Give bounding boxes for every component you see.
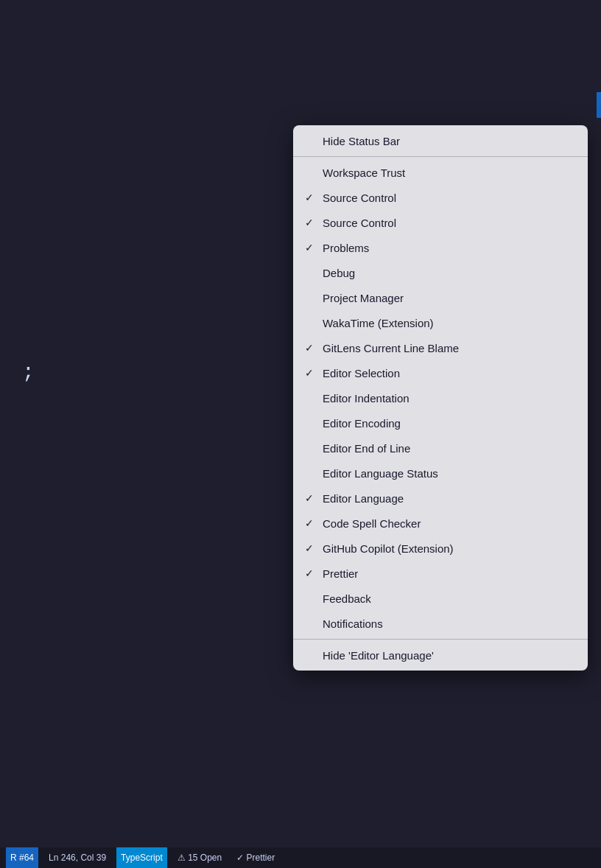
menu-item-source-control-2[interactable]: ✓Source Control — [293, 210, 588, 235]
menu-item-feedback[interactable]: Feedback — [293, 586, 588, 611]
menu-item-editor-encoding[interactable]: Editor Encoding — [293, 410, 588, 435]
status-branch[interactable]: R #64 — [6, 847, 38, 868]
check-mark-problems: ✓ — [305, 242, 323, 253]
menu-label-code-spell-checker: Code Spell Checker — [323, 517, 573, 530]
menu-item-editor-language-status[interactable]: Editor Language Status — [293, 461, 588, 486]
menu-label-feedback: Feedback — [323, 592, 573, 605]
check-mark-editor-selection: ✓ — [305, 367, 323, 379]
check-mark-gitlens: ✓ — [305, 342, 323, 354]
status-prettier[interactable]: ✓ Prettier — [232, 847, 279, 868]
menu-item-editor-end-of-line[interactable]: Editor End of Line — [293, 435, 588, 461]
menu-label-editor-selection: Editor Selection — [323, 367, 573, 379]
scroll-indicator — [597, 92, 601, 118]
menu-label-debug: Debug — [323, 267, 573, 279]
menu-item-code-spell-checker[interactable]: ✓Code Spell Checker — [293, 511, 588, 536]
menu-label-source-control-1: Source Control — [323, 192, 573, 204]
menu-item-hide-status-bar[interactable]: Hide Status Bar — [293, 128, 588, 153]
menu-label-hide-status-bar: Hide Status Bar — [323, 135, 573, 147]
menu-item-prettier[interactable]: ✓Prettier — [293, 561, 588, 586]
divider-divider-1 — [293, 156, 588, 157]
menu-item-gitlens[interactable]: ✓GitLens Current Line Blame — [293, 335, 588, 360]
menu-label-notifications: Notifications — [323, 617, 573, 630]
divider-divider-2 — [293, 639, 588, 640]
check-mark-source-control-2: ✓ — [305, 217, 323, 228]
status-bar: R #64 Ln 246, Col 39 TypeScript ⚠ 15 Ope… — [0, 847, 601, 868]
menu-label-workspace-trust: Workspace Trust — [323, 167, 573, 179]
menu-label-github-copilot: GitHub Copilot (Extension) — [323, 542, 573, 555]
menu-label-hide-editor-language: Hide 'Editor Language' — [323, 649, 573, 662]
menu-label-project-manager: Project Manager — [323, 292, 573, 304]
check-mark-github-copilot: ✓ — [305, 542, 323, 554]
menu-label-prettier: Prettier — [323, 567, 573, 580]
check-mark-code-spell-checker: ✓ — [305, 517, 323, 529]
check-mark-source-control-1: ✓ — [305, 192, 323, 203]
menu-item-problems[interactable]: ✓Problems — [293, 235, 588, 260]
menu-item-notifications[interactable]: Notifications — [293, 611, 588, 636]
menu-item-editor-indentation[interactable]: Editor Indentation — [293, 385, 588, 410]
editor-content: ; — [22, 361, 35, 384]
menu-item-editor-language[interactable]: ✓Editor Language — [293, 486, 588, 511]
menu-item-project-manager[interactable]: Project Manager — [293, 285, 588, 310]
context-menu: Hide Status BarWorkspace Trust✓Source Co… — [293, 125, 588, 671]
menu-label-wakatime: WakaTime (Extension) — [323, 317, 573, 329]
check-mark-editor-language: ✓ — [305, 492, 323, 504]
status-position[interactable]: Ln 246, Col 39 — [44, 847, 110, 868]
menu-item-debug[interactable]: Debug — [293, 260, 588, 285]
menu-label-editor-language-status: Editor Language Status — [323, 467, 573, 480]
menu-item-source-control-1[interactable]: ✓Source Control — [293, 185, 588, 210]
check-mark-prettier: ✓ — [305, 567, 323, 579]
menu-item-editor-selection[interactable]: ✓Editor Selection — [293, 360, 588, 385]
menu-label-editor-end-of-line: Editor End of Line — [323, 442, 573, 455]
menu-label-editor-language: Editor Language — [323, 492, 573, 505]
menu-item-github-copilot[interactable]: ✓GitHub Copilot (Extension) — [293, 536, 588, 561]
menu-label-gitlens: GitLens Current Line Blame — [323, 342, 573, 354]
status-language[interactable]: TypeScript — [116, 847, 167, 868]
menu-label-problems: Problems — [323, 242, 573, 254]
menu-label-source-control-2: Source Control — [323, 217, 573, 229]
menu-label-editor-encoding: Editor Encoding — [323, 417, 573, 430]
menu-item-wakatime[interactable]: WakaTime (Extension) — [293, 310, 588, 335]
menu-item-workspace-trust[interactable]: Workspace Trust — [293, 160, 588, 185]
status-errors[interactable]: ⚠ 15 Open — [173, 847, 226, 868]
menu-label-editor-indentation: Editor Indentation — [323, 392, 573, 405]
menu-item-hide-editor-language[interactable]: Hide 'Editor Language' — [293, 643, 588, 668]
